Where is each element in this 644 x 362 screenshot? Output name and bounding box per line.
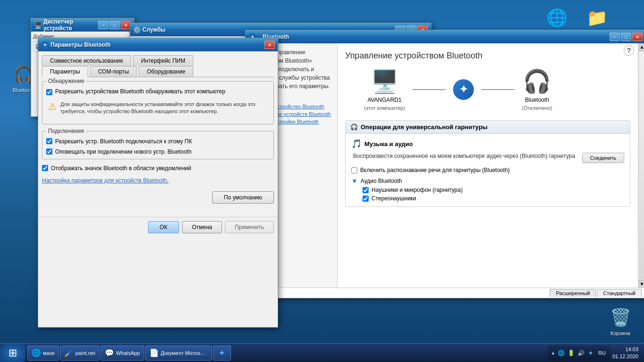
tray-bluetooth-icon[interactable]: ✦ bbox=[586, 349, 595, 357]
taskbar-item-paint[interactable]: 🖌️ paint.net bbox=[60, 346, 99, 361]
taskbar-item-whatsapp[interactable]: 💬 WhatsApp bbox=[100, 346, 144, 361]
cancel-button[interactable]: Отмена bbox=[182, 221, 222, 233]
tab-hardware[interactable]: Оборудование bbox=[139, 66, 193, 77]
connections-title: Подключения bbox=[46, 128, 86, 134]
desktop-icon-recycle[interactable]: 🗑️ Корзина bbox=[602, 304, 639, 338]
bt-settings-title-text: Параметры Bluetooth bbox=[50, 41, 263, 48]
show-icon-checkbox[interactable] bbox=[42, 165, 48, 171]
default-btn-row: По умолчанию bbox=[42, 191, 274, 204]
tab-shared[interactable]: Совместное использование bbox=[42, 55, 131, 66]
audio-bt-label: Аудио Bluetooth bbox=[361, 178, 402, 184]
bt-manage-titlebar[interactable]: ✦ ...Bluetooth ─ □ ✕ bbox=[246, 30, 644, 43]
speech-row: Включить распознавание речи для гарнитур… bbox=[351, 167, 624, 173]
bt-settings-titlebar[interactable]: ✦ Параметры Bluetooth ✕ bbox=[38, 38, 278, 51]
tray-volume-icon[interactable]: 🔊 bbox=[577, 349, 585, 357]
bt-task-icon: ✦ bbox=[217, 348, 227, 358]
allow-connect-checkbox[interactable] bbox=[46, 138, 52, 144]
speech-label: Включить распознавание речи для гарнитур… bbox=[360, 167, 510, 173]
whatsapp-icon: 💬 bbox=[105, 348, 114, 358]
bt-devices-row: 🖥️ AVANGARD1 (этот компьютер) ✦ 🎧 Blueto… bbox=[345, 68, 630, 111]
collapse-icon[interactable]: ▼ bbox=[351, 177, 358, 185]
notify-checkbox[interactable] bbox=[46, 148, 52, 155]
taskbar-item-bluetooth[interactable]: ✦ bbox=[213, 346, 231, 361]
device-manager-titlebar[interactable]: 🖥️ Диспетчер устройств ─ □ ✕ bbox=[31, 18, 134, 32]
device2-name: Bluetooth bbox=[525, 97, 549, 103]
tab-params[interactable]: Параметры bbox=[42, 66, 88, 77]
connect-button[interactable]: Соединить bbox=[582, 153, 625, 163]
taskbar: ⊞ 🌐 мази 🖌️ paint.net 💬 WhatsApp 📄 Докум… bbox=[0, 343, 644, 362]
bt-manage-min-btn[interactable]: ─ bbox=[610, 33, 620, 41]
goods-icon: 🌐 bbox=[545, 7, 568, 29]
discovery-groupbox: Обнаружение Разрешить устройствам Blueto… bbox=[42, 81, 274, 124]
minimize-btn[interactable]: ─ bbox=[98, 21, 108, 29]
tab-com[interactable]: СОМ-порты bbox=[90, 66, 137, 77]
bt-device-computer: 🖥️ AVANGARD1 (этот компьютер) bbox=[364, 68, 405, 111]
paint-icon: 🖌️ bbox=[64, 348, 74, 358]
ok-button[interactable]: ОК bbox=[148, 221, 179, 233]
bt-manage-scrollbar[interactable]: ▲ ▼ bbox=[638, 43, 644, 288]
tab-pim[interactable]: Интерфейс ПИМ bbox=[133, 55, 193, 66]
warning-row: ⚠ Для защиты конфиденциальности устанавл… bbox=[46, 99, 270, 117]
device2-sub: (Отключено) bbox=[522, 105, 552, 111]
scroll-thumb[interactable] bbox=[639, 52, 644, 279]
bt-manage-close-btn[interactable]: ✕ bbox=[632, 33, 643, 41]
operations-section: 🎧 Операции для универсальной гарнитуры 🎵… bbox=[345, 120, 630, 207]
maximize-btn[interactable]: □ bbox=[109, 21, 120, 29]
dialog-buttons-row: ОК Отмена Применить bbox=[38, 217, 278, 237]
tab-standard[interactable]: Стандартный bbox=[597, 289, 642, 297]
bt-manage-max-btn[interactable]: □ bbox=[621, 33, 631, 41]
notify-row: Оповещать при подключении нового устр. B… bbox=[46, 148, 270, 155]
taskbar-items: 🌐 мази 🖌️ paint.net 💬 WhatsApp 📄 Докумен… bbox=[25, 344, 548, 362]
taskbar-clock[interactable]: 14:03 01.12.2020 bbox=[611, 346, 640, 360]
tab-extended[interactable]: Расширенный bbox=[550, 289, 596, 297]
taskbar-item-doc[interactable]: 📄 Документ Microsoft... bbox=[145, 346, 212, 361]
start-button[interactable]: ⊞ bbox=[0, 344, 25, 362]
warning-icon: ⚠ bbox=[48, 101, 57, 112]
audio-desc-text: Воспроизвести сохраненное на моем компью… bbox=[353, 153, 578, 159]
default-button[interactable]: По умолчанию bbox=[212, 191, 274, 204]
tray-expand[interactable]: ▲ bbox=[551, 350, 555, 355]
tray-network-icon[interactable]: 🌐 bbox=[557, 349, 565, 357]
windows-logo: ⊞ bbox=[8, 347, 17, 359]
device1-name: AVANGARD1 bbox=[367, 97, 401, 103]
apple-icon: 📁 bbox=[586, 7, 608, 29]
taskbar-item-chrome[interactable]: 🌐 мази bbox=[27, 346, 59, 361]
recycle-icon: 🗑️ bbox=[609, 306, 632, 329]
allow-discover-checkbox[interactable] bbox=[46, 89, 52, 95]
services-icon: ⚙️ bbox=[133, 26, 140, 33]
tab-row-2: Параметры СОМ-порты Оборудование bbox=[42, 66, 274, 77]
help-button[interactable]: ? bbox=[624, 45, 634, 56]
scroll-up[interactable]: ▲ bbox=[638, 43, 644, 51]
audio-desc-row: Воспроизвести сохраненное на моем компью… bbox=[351, 153, 624, 163]
operations-headphone-icon: 🎧 bbox=[350, 123, 358, 131]
music-label: Музыка и аудио bbox=[364, 140, 413, 148]
computer-icon: 🖥️ bbox=[371, 68, 399, 95]
stereo-row: Стереонаушники bbox=[363, 195, 624, 202]
bt-manage-window: ✦ ...Bluetooth ─ □ ✕ Раздел «Управление … bbox=[245, 30, 644, 298]
speech-checkbox[interactable] bbox=[351, 167, 357, 173]
bt-connector-left bbox=[413, 89, 446, 90]
window-controls: ─ □ ✕ bbox=[98, 21, 131, 29]
warning-text: Для защиты конфиденциальности устанавлив… bbox=[60, 101, 268, 115]
headphones-device-icon: 🎧 bbox=[523, 68, 551, 95]
tray-lang: RU bbox=[596, 350, 608, 356]
clock-time: 14:03 bbox=[625, 346, 638, 353]
music-icon: 🎵 bbox=[351, 139, 362, 149]
music-audio-row: 🎵 Музыка и аудио bbox=[351, 139, 624, 149]
bt-settings-icon: ✦ bbox=[41, 41, 49, 49]
headphones-checkbox[interactable] bbox=[363, 187, 369, 193]
stereo-label: Стереонаушники bbox=[372, 195, 416, 202]
audio-bt-row: ▼ Аудио Bluetooth bbox=[351, 177, 624, 185]
audio-sub-items: Наушники и микрофон (гарнитура) Стереона… bbox=[351, 187, 624, 202]
apply-button[interactable]: Применить bbox=[225, 221, 274, 233]
bt-settings-close-btn[interactable]: ✕ bbox=[264, 41, 275, 49]
settings-link-row: Настройка параметров для устройств Bluet… bbox=[42, 177, 274, 184]
settings-link[interactable]: Настройка параметров для устройств Bluet… bbox=[42, 177, 169, 184]
bt-settings-content: Совместное использование Интерфейс ПИМ П… bbox=[38, 51, 278, 213]
bt-settings-controls: ✕ bbox=[264, 41, 275, 49]
scroll-down[interactable]: ▼ bbox=[638, 280, 644, 288]
system-tray: ▲ 🌐 🔋 🔊 ✦ RU bbox=[548, 346, 611, 361]
stereo-checkbox[interactable] bbox=[363, 196, 369, 202]
tray-battery-icon[interactable]: 🔋 bbox=[567, 349, 575, 357]
device-manager-title: Диспетчер устройств bbox=[43, 18, 96, 32]
